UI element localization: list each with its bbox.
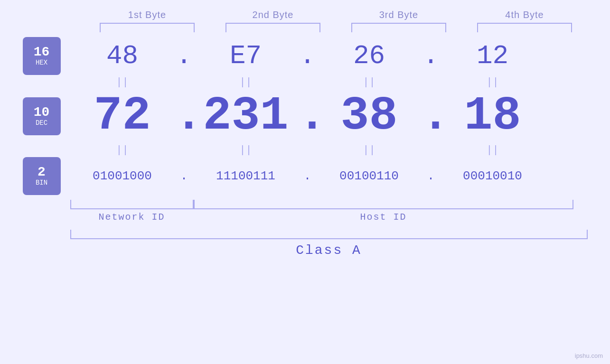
hex-val-1: 48 [70, 41, 175, 71]
byte2-header: 2nd Byte [225, 9, 320, 20]
bracket-4 [477, 23, 572, 32]
hex-val-3: 26 [317, 41, 422, 71]
hex-dot-1: . [175, 41, 194, 71]
eq-7: || [317, 144, 422, 156]
bin-row: 2 BIN 01001000 . 11100111 . 00100110 . 0… [23, 157, 602, 195]
bottom-labels: Network ID Host ID [70, 212, 602, 223]
hex-base-label: HEX [36, 59, 47, 66]
hex-base-num: 16 [34, 46, 50, 59]
byte3-header: 3rd Byte [351, 9, 446, 20]
bin-badge: 2 BIN [23, 157, 61, 195]
equals-row-2: || || || || [70, 143, 602, 157]
watermark: ipshu.com [575, 352, 603, 359]
top-brackets [84, 23, 588, 32]
hex-val-2: E7 [194, 41, 298, 71]
network-id-label: Network ID [70, 212, 194, 223]
dec-badge: 10 DEC [23, 97, 61, 135]
equals-row-1: || || || || [70, 75, 602, 89]
dec-val-4: 18 [441, 89, 545, 143]
host-bracket [194, 200, 573, 209]
host-id-label: Host ID [194, 212, 573, 223]
main-container: 1st Byte 2nd Byte 3rd Byte 4th Byte 16 H… [0, 0, 610, 364]
bin-dot-2: . [298, 169, 317, 183]
bottom-brackets [70, 200, 602, 209]
dec-val-2: 231 [194, 89, 298, 143]
eq-4: || [441, 76, 545, 88]
hex-values-row: 48 . E7 . 26 . 12 [70, 41, 602, 71]
eq-3: || [317, 76, 422, 88]
dec-val-3: 38 [317, 89, 422, 143]
eq-1: || [70, 76, 175, 88]
byte4-header: 4th Byte [477, 9, 572, 20]
bin-val-2: 11100111 [194, 169, 298, 183]
bin-base-num: 2 [38, 166, 46, 179]
eq-2: || [194, 76, 298, 88]
hex-dot-3: . [422, 41, 441, 71]
hex-dot-2: . [298, 41, 317, 71]
bin-val-3: 00100110 [317, 169, 422, 183]
bin-val-1: 01001000 [70, 169, 175, 183]
bin-val-4: 00010010 [441, 169, 545, 183]
class-label: Class A [70, 243, 588, 258]
eq-5: || [70, 144, 175, 156]
dec-base-num: 10 [34, 106, 50, 119]
byte-headers: 1st Byte 2nd Byte 3rd Byte 4th Byte [84, 9, 588, 20]
class-bracket [70, 230, 588, 239]
dec-dot-2: . [298, 89, 317, 143]
dec-dot-1: . [175, 89, 194, 143]
eq-8: || [441, 144, 545, 156]
dec-val-1: 72 [70, 89, 175, 143]
bin-base-label: BIN [36, 179, 47, 187]
bracket-1 [100, 23, 195, 32]
bracket-3 [351, 23, 446, 32]
bin-dot-1: . [175, 169, 194, 183]
byte1-header: 1st Byte [100, 9, 195, 20]
dec-values-row: 72 . 231 . 38 . 18 [70, 89, 602, 143]
bottom-section: Network ID Host ID [23, 200, 602, 223]
bracket-2 [225, 23, 320, 32]
rows-area: 16 HEX 48 . E7 . 26 . 12 || || || || [23, 37, 602, 195]
network-bracket [70, 200, 194, 209]
hex-badge: 16 HEX [23, 37, 61, 75]
hex-val-4: 12 [441, 41, 545, 71]
class-section: Class A [23, 230, 602, 258]
eq-6: || [194, 144, 298, 156]
bin-values-row: 01001000 . 11100111 . 00100110 . 0001001… [70, 169, 602, 183]
hex-row: 16 HEX 48 . E7 . 26 . 12 [23, 37, 602, 75]
dec-row: 10 DEC 72 . 231 . 38 . 18 [23, 89, 602, 143]
bin-dot-3: . [422, 169, 441, 183]
dec-base-label: DEC [36, 119, 47, 127]
dec-dot-3: . [422, 89, 441, 143]
